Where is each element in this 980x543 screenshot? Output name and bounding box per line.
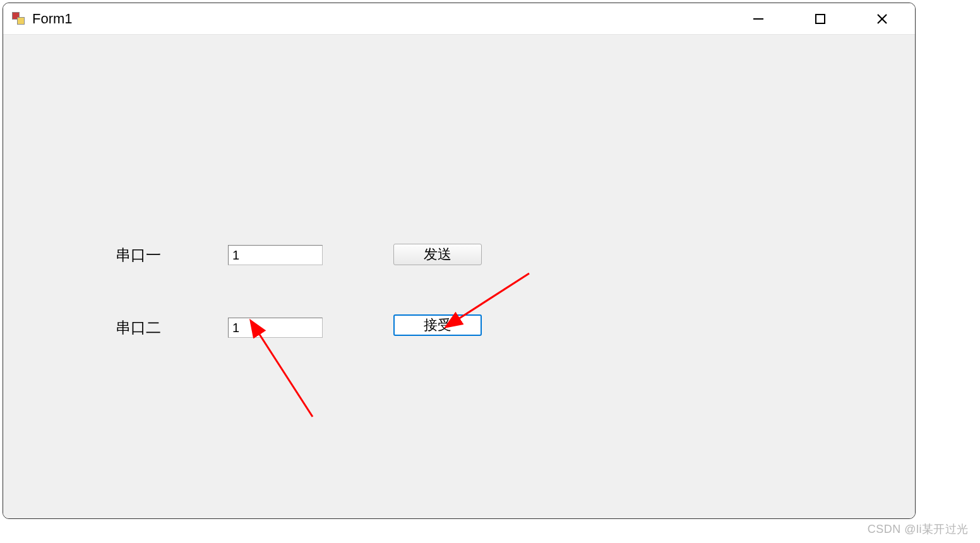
close-icon (876, 13, 888, 25)
label-serial-port-1: 串口一 (116, 245, 161, 265)
app-icon (12, 12, 26, 26)
close-button[interactable] (867, 4, 897, 34)
watermark: CSDN @li某开过光 (868, 522, 969, 537)
send-button[interactable]: 发送 (393, 244, 482, 265)
svg-line-5 (258, 331, 313, 417)
svg-line-6 (457, 273, 529, 320)
minimize-icon (752, 13, 765, 25)
label-serial-port-2: 串口二 (116, 318, 161, 338)
window-title: Form1 (32, 11, 743, 27)
client-area: 串口一 发送 串口二 接受 (3, 35, 915, 518)
window-controls (743, 4, 910, 34)
receive-button[interactable]: 接受 (393, 314, 482, 336)
annotation-arrows (3, 35, 916, 519)
app-window: Form1 串口一 发送 串口 (3, 3, 916, 519)
titlebar: Form1 (3, 3, 915, 35)
input-serial-port-1[interactable] (228, 245, 323, 265)
minimize-button[interactable] (743, 4, 774, 34)
maximize-icon (815, 13, 826, 25)
input-serial-port-2[interactable] (228, 318, 323, 338)
maximize-button[interactable] (805, 4, 835, 34)
svg-rect-1 (816, 15, 825, 23)
